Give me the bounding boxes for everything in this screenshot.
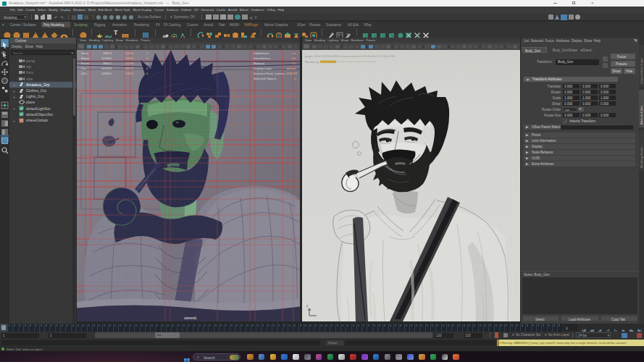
svg-text:98017: 98017 [103,62,112,65]
svg-text:Material: Material [254,62,264,65]
svg-text:14498: 14498 [125,62,133,65]
svg-text:98073: 98073 [103,51,112,55]
svg-text:UVs:: UVs: [81,72,88,75]
svg-text:Tri: Tri [292,62,296,65]
svg-text:Faces:: Faces: [81,62,91,65]
svg-text:4th: 4th [291,56,296,60]
svg-text:Selected Objects: Selected Objects [254,77,277,80]
svg-text:default: default [286,67,296,70]
svg-text:Tris:: Tris: [81,67,87,70]
svg-text:14646: 14646 [125,51,133,55]
svg-text:Rendering: Rendering [305,60,319,64]
svg-text:Edges:: Edges: [81,56,91,60]
svg-text:28978: 28978 [125,67,133,70]
svg-text:Subdivision: Subdivision [254,51,269,55]
svg-text:3935.89: 3935.89 [286,72,298,75]
svg-text:14839: 14839 [125,72,133,75]
svg-text:Display Layer: Display Layer [254,67,272,70]
svg-text:29096: 29096 [125,56,133,60]
svg-text:107464: 107464 [101,56,112,60]
svg-text:graph_05.tif (1920x1080) came: graph_05.tif (1920x1080) camera aperture… [305,54,396,58]
svg-text:Smoothness: Smoothness [254,56,270,60]
svg-text:Verts:: Verts: [81,51,89,55]
svg-text:camera1: camera1 [184,316,197,320]
svg-text:107295: 107295 [101,67,112,70]
svg-text:108941: 108941 [101,72,112,75]
svg-text:On: On [291,51,296,55]
svg-text:Distance From Camera: Distance From Camera [254,72,285,75]
